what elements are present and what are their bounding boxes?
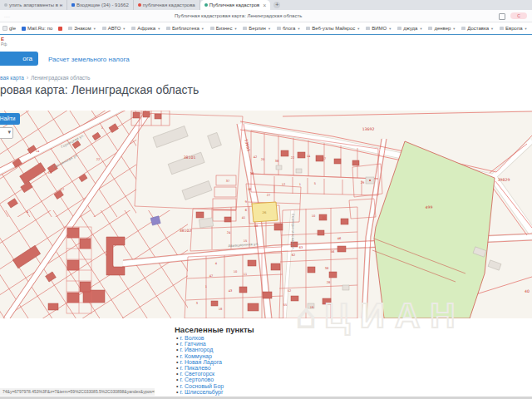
settlement-item: г. Пикалево — [176, 365, 224, 371]
parcel-number: 1 — [299, 183, 301, 186]
bookmark-item[interactable]: Веб-узлы Майкрос▼ — [306, 26, 360, 31]
map-search-button[interactable]: Найти — [0, 113, 20, 125]
site-logo-line2: Рф — [1, 42, 7, 47]
bookmark-item[interactable]: Африка▼ — [131, 26, 160, 31]
bookmark-item[interactable]: Берлин▼ — [243, 26, 271, 31]
quarter-label: 40 — [525, 289, 530, 293]
bookmark-label: денвер — [434, 26, 451, 31]
google-icon — [2, 26, 7, 31]
none-favicon-icon — [4, 3, 7, 7]
parcel-number: 14 — [307, 155, 311, 158]
parcel-number: 10 — [312, 214, 316, 218]
settlement-link[interactable]: г. Светогорск — [180, 371, 214, 377]
bookmark-star-icon[interactable] — [499, 13, 505, 20]
bookmarks-bar: gleMail.Ru: поЗнаком▼АВТО▼Африка▼Библиот… — [0, 22, 532, 34]
settlement-item: г. Волхов — [176, 335, 224, 341]
browser-tab[interactable]: упить апартаменты в н — [0, 0, 67, 10]
mail-favicon-icon — [71, 3, 75, 7]
bookmark-item[interactable]: ВИМО▼ — [366, 26, 392, 31]
settlement-link[interactable]: г. Коммунар — [180, 353, 211, 359]
parcel-number: 43 — [229, 289, 233, 293]
folder-icon — [500, 27, 504, 30]
parcel-number: 37 — [226, 180, 230, 183]
bookmark-label: Веб-узлы Майкрос — [312, 26, 355, 31]
bookmark-item[interactable]: Библиотека▼ — [166, 26, 204, 31]
settlement-link[interactable]: г. Шлиссельбург — [180, 389, 223, 395]
folder-icon — [277, 27, 281, 30]
bookmark-label: gle — [9, 26, 16, 31]
settlement-item: г. Светогорск — [176, 371, 224, 377]
tab-land-tax-link[interactable]: Расчет земельного налога — [48, 56, 130, 63]
parcel-number: 38 — [325, 267, 329, 270]
parcel-number: 13 — [48, 171, 52, 175]
parcel-number: 42 — [254, 155, 258, 159]
bookmark-item[interactable]: АВТО▼ — [102, 26, 126, 31]
quarter-label: 39829 — [498, 178, 510, 182]
cadastral-map[interactable]: 26 — [0, 111, 532, 318]
parcel-number: 11 — [323, 216, 327, 219]
bookmark-item[interactable]: блога▼ — [277, 26, 300, 31]
settlement-link[interactable]: г. Пикалево — [180, 365, 210, 371]
address-bar[interactable]: ..... Публичная кадастровая карта: Ленин… — [0, 10, 532, 22]
settlement-link[interactable]: г. Ивангород — [180, 347, 213, 352]
browser-tab[interactable]: Входящие (34) - 91662 — [67, 0, 134, 10]
parcel-number: 58 — [254, 224, 259, 228]
bookmark-item[interactable]: Доставка▼ — [461, 26, 494, 31]
parcel-number: 10 — [234, 270, 238, 273]
bookmark-label: Европа — [505, 26, 522, 31]
site-logo: Е Рф — [1, 37, 7, 47]
folder-icon — [131, 27, 135, 30]
settlement-item: г. Новая Ладога — [176, 359, 224, 365]
bookmark-item[interactable]: джуда▼ — [397, 26, 422, 31]
extension-icon[interactable]: С — [510, 12, 527, 19]
settlements-heading: Населенные пункты — [175, 325, 254, 334]
page-title: ровая карта: Ленинградская область — [0, 83, 199, 96]
folder-icon — [397, 27, 401, 30]
bookmark-item[interactable]: gle — [2, 26, 16, 31]
folder-icon — [102, 27, 106, 30]
bookmark-label: Знаком — [74, 26, 91, 31]
caret-down-icon: ▼ — [234, 27, 237, 31]
breadcrumb-map-link[interactable]: вая карта — [0, 75, 24, 81]
tab-close-icon[interactable]: × — [263, 2, 266, 8]
parcel-number: 14 — [36, 150, 40, 153]
quarter-label: 38102 — [180, 229, 192, 233]
parcel-number: 28 — [327, 281, 331, 284]
settlement-link[interactable]: г. Сертолово — [180, 377, 214, 382]
bookmark-item[interactable]: денвер▼ — [428, 26, 456, 31]
caret-down-icon: ▼ — [297, 27, 300, 31]
settlement-link[interactable]: г. Волхов — [180, 335, 204, 341]
bookmark-label: ВИМО — [372, 26, 387, 31]
page-top-divider — [0, 34, 532, 35]
breadcrumb: вая карта›Ленинградская область — [0, 75, 90, 81]
parcel-number: 24 — [227, 231, 231, 234]
tab-tax-calc-active[interactable]: ога — [0, 52, 38, 66]
map-canvas[interactable]: 26 — [0, 111, 532, 318]
bookmark-item[interactable] — [58, 27, 62, 31]
tab-title: публичная кадастрова — [143, 2, 195, 7]
bookmark-item[interactable]: Европа▼ — [500, 26, 527, 31]
quarter-label: 13692 — [362, 127, 375, 131]
map-layer-select[interactable]: ▾ — [0, 127, 13, 139]
folder-icon — [210, 27, 214, 30]
browser-tab[interactable]: Публичная кадастров× — [200, 0, 271, 10]
address-page-title: Публичная кадастровая карта: Ленинградск… — [175, 13, 302, 18]
bookmark-item[interactable]: Бизнес▼ — [210, 26, 238, 31]
new-tab-button[interactable]: + — [273, 2, 280, 8]
tab-strip: упить апартаменты в нВходящие (34) - 916… — [0, 0, 532, 10]
settlement-link[interactable]: г. Новая Ладога — [180, 359, 222, 365]
bookmark-label: Доставка — [467, 26, 489, 31]
browser-tab[interactable]: публичная кадастрова — [134, 0, 200, 10]
settlement-link[interactable]: г. Сосновый Бор — [180, 383, 224, 389]
caret-down-icon: ▼ — [525, 27, 528, 31]
parcel-number: 1 — [205, 285, 207, 288]
settlement-item: г. Сосновый Бор — [176, 383, 224, 389]
building-point — [369, 180, 371, 181]
bookmark-label: АВТО — [108, 26, 121, 31]
bookmark-item[interactable]: Знаком▼ — [68, 26, 96, 31]
settlement-link[interactable]: г. Гатчина — [180, 341, 205, 347]
parcel-number: 56 — [331, 250, 335, 254]
caret-down-icon: ▼ — [93, 27, 96, 31]
bookmark-item[interactable]: Mail.Ru: по — [22, 26, 52, 31]
caret-down-icon: ▼ — [201, 27, 204, 31]
